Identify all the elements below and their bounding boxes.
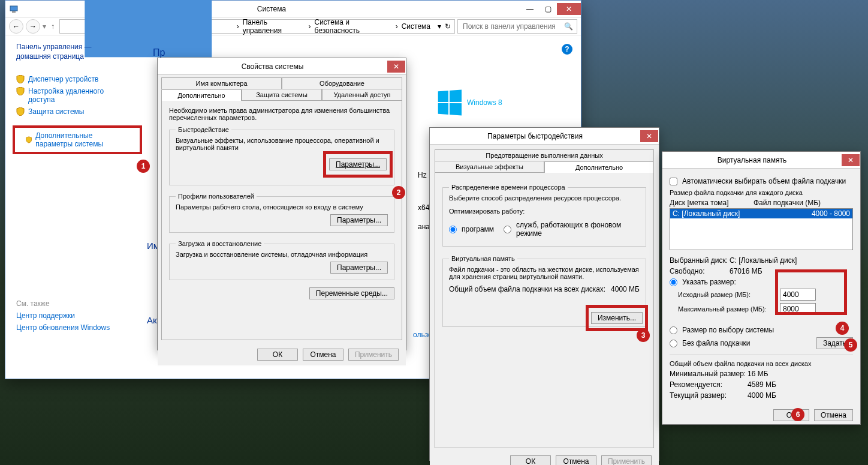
performance-settings-button[interactable]: Параметры... — [329, 158, 387, 170]
free-space-value: 67016 МБ — [730, 267, 762, 275]
tab-dep[interactable]: Предотвращение выполнения данных — [435, 149, 654, 161]
see-also-header: См. также — [16, 299, 129, 308]
drive-row[interactable]: C: [Локальный диск] 4000 - 8000 — [670, 209, 852, 218]
startup-group: Загрузка и восстановление Загрузка и вос… — [169, 240, 394, 280]
text-fragment: ана — [418, 223, 430, 231]
apply-button[interactable]: Применить — [601, 455, 652, 465]
back-button[interactable]: ← — [9, 19, 23, 34]
up-button[interactable]: ↑ — [51, 22, 55, 31]
annotation-6: 6 — [791, 408, 804, 421]
auto-manage-checkbox[interactable]: Автоматически выбирать объем файла подка… — [670, 177, 853, 185]
sidebar-link-device-manager[interactable]: Диспетчер устройств — [16, 75, 129, 83]
group-desc: Файл подкачки - это область на жестком д… — [449, 266, 640, 280]
apply-button[interactable]: Применить — [348, 349, 399, 361]
ok-button[interactable]: ОК — [257, 349, 298, 361]
sidebar-link-advanced[interactable]: Дополнительные параметры системы — [35, 131, 129, 148]
help-icon[interactable]: ? — [562, 44, 572, 55]
tab-content: Необходимо иметь права администратора дл… — [161, 100, 402, 340]
computer-icon — [9, 4, 19, 14]
performance-options-dialog: Параметры быстродействия ✕ Предотвращени… — [429, 127, 659, 461]
shield-icon — [16, 107, 25, 116]
drive-list[interactable]: C: [Локальный диск] 4000 - 8000 — [670, 208, 853, 250]
tab-advanced[interactable]: Дополнительно — [544, 161, 654, 173]
sidebar-link-protection[interactable]: Защита системы — [16, 107, 129, 116]
selected-disk-label: Выбранный диск: — [670, 256, 730, 265]
radio-system-managed[interactable]: Размер по выбору системы — [670, 326, 853, 334]
vmem-total-value: 4000 МБ — [611, 285, 640, 293]
group-legend: Распределение времени процессора — [449, 184, 568, 191]
cancel-button[interactable]: Отмена — [556, 455, 596, 465]
annotation-1: 1 — [137, 160, 150, 173]
sidebar-home[interactable]: домашняя страница — [16, 52, 129, 61]
group-legend: Быстродействие — [176, 126, 231, 133]
highlight-box-2: Параметры... — [323, 151, 393, 178]
sidebar-link-remote[interactable]: Настройка удаленного доступа — [16, 87, 129, 104]
sidebar: Панель управления — домашняя страница Ди… — [5, 35, 140, 379]
dialog-title: Виртуальная память — [662, 156, 842, 164]
env-vars-button[interactable]: Переменные среды... — [309, 287, 394, 299]
cancel-button[interactable]: Отмена — [814, 409, 853, 421]
current-size-value: 4000 МБ — [748, 391, 776, 400]
size-header: Размер файла подкачки для каждого диска — [670, 189, 853, 196]
tab-hardware[interactable]: Оборудование — [282, 77, 402, 89]
selected-disk-value: C: [Локальный диск] — [730, 256, 797, 265]
dialog-title: Параметры быстродействия — [430, 132, 640, 140]
min-size-label: Минимальный размер: — [670, 370, 748, 378]
minimize-button[interactable]: — — [521, 3, 539, 15]
search-icon[interactable]: 🔍 — [564, 22, 573, 31]
startup-settings-button[interactable]: Параметры... — [330, 262, 388, 274]
group-legend: Загрузка и восстановление — [176, 240, 264, 247]
dialog-title: Свойства системы — [158, 62, 387, 71]
performance-group: Быстродействие Визуальные эффекты, испол… — [169, 126, 394, 185]
search-input[interactable] — [462, 22, 564, 31]
admin-note: Необходимо иметь права администратора дл… — [169, 107, 394, 121]
sidebar-header[interactable]: Панель управления — — [16, 43, 129, 51]
text-fragment: x64 — [418, 203, 429, 212]
forward-button[interactable]: → — [26, 19, 40, 34]
svg-rect-0 — [10, 6, 17, 11]
breadcrumb[interactable]: › Панель управления › Система и безопасн… — [59, 19, 455, 34]
close-button[interactable]: ✕ — [557, 3, 581, 15]
close-button[interactable]: ✕ — [640, 130, 658, 142]
highlight-box-4 — [775, 269, 847, 315]
refresh-icon[interactable]: ↻ — [444, 22, 452, 31]
ok-button[interactable]: ОК — [510, 455, 551, 465]
sidebar-link-support[interactable]: Центр поддержки — [16, 311, 129, 320]
shield-icon — [16, 75, 25, 83]
system-properties-dialog: Свойства системы ✕ Имя компьютера Оборуд… — [157, 58, 406, 350]
cancel-button[interactable]: Отмена — [303, 349, 343, 361]
change-button[interactable]: Изменить... — [591, 312, 643, 324]
vmem-total-label: Общий объем файла подкачки на всех диска… — [449, 285, 611, 293]
recommended-value: 4589 МБ — [748, 380, 776, 389]
breadcrumb-item[interactable]: Система — [400, 22, 432, 31]
profiles-group: Профили пользователей Параметры рабочего… — [169, 193, 394, 233]
tab-protection[interactable]: Защита системы — [242, 89, 322, 100]
min-size-value: 16 МБ — [748, 370, 768, 378]
close-button[interactable]: ✕ — [387, 61, 405, 73]
current-size-label: Текущий размер: — [670, 391, 748, 400]
breadcrumb-item[interactable]: Панель управления — [242, 18, 306, 35]
dialog-titlebar: Виртуальная память ✕ — [662, 152, 860, 169]
radio-no-pagefile[interactable]: Без файла подкачки — [670, 339, 816, 347]
maximize-button[interactable]: ▢ — [539, 3, 557, 15]
close-button[interactable]: ✕ — [842, 154, 860, 166]
breadcrumb-item[interactable]: Система и безопасность — [314, 18, 393, 35]
tab-advanced[interactable]: Дополнительно — [161, 89, 242, 101]
tab-computer-name[interactable]: Имя компьютера — [161, 77, 282, 89]
profiles-settings-button[interactable]: Параметры... — [330, 214, 388, 226]
chevron-down-icon[interactable]: ▾ — [436, 22, 442, 31]
annotation-3: 3 — [637, 329, 650, 342]
history-dropdown-icon[interactable]: ▾ — [43, 22, 46, 31]
search-box[interactable]: 🔍 — [457, 19, 577, 34]
text-fragment: Hz — [418, 171, 427, 179]
virtual-memory-group: Виртуальная память Файл подкачки - это о… — [442, 255, 646, 327]
sidebar-link-winupdate[interactable]: Центр обновления Windows — [16, 323, 129, 332]
radio-programs[interactable]: программ — [449, 221, 494, 238]
tab-remote[interactable]: Удаленный доступ — [322, 89, 402, 100]
highlight-box-1: Дополнительные параметры системы — [13, 125, 142, 154]
page-title: Пр — [153, 47, 568, 58]
tab-visual[interactable]: Визуальные эффекты — [435, 161, 544, 172]
radio-services[interactable]: служб, работающих в фоновом режиме — [504, 221, 640, 238]
dialog-titlebar: Параметры быстродействия ✕ — [430, 128, 659, 145]
group-desc: Выберите способ распределения ресурсов п… — [449, 194, 640, 202]
